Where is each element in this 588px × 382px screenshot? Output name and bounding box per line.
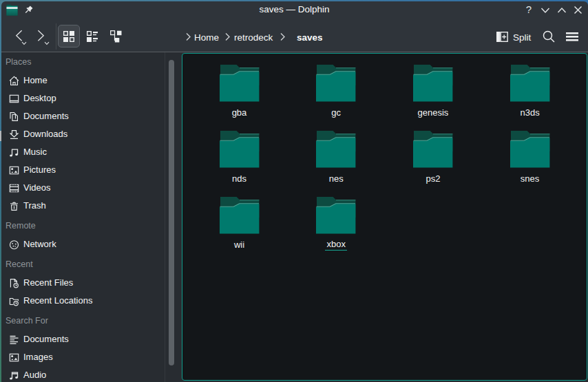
svg-text:?: ? [526, 3, 532, 15]
